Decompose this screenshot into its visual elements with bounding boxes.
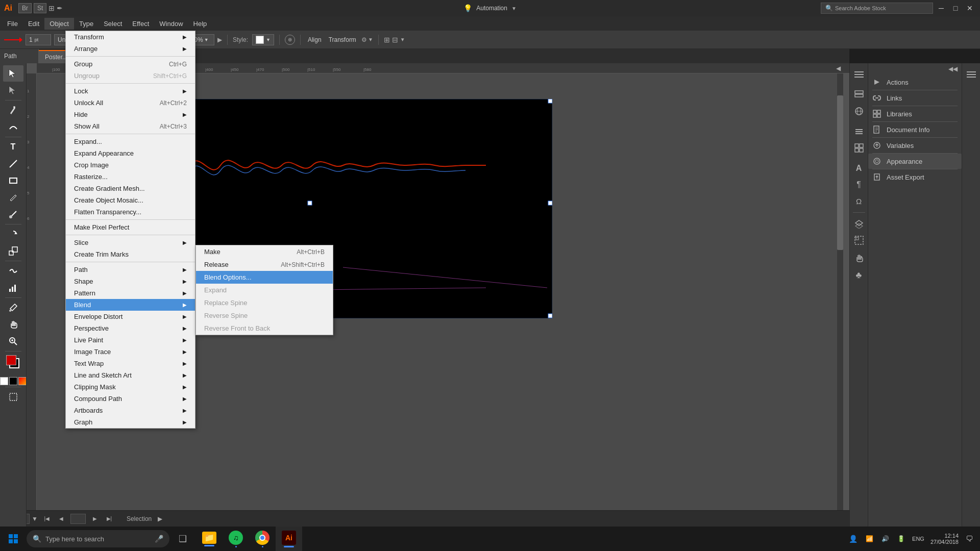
menu-select[interactable]: Select xyxy=(99,18,127,30)
tray-person-icon[interactable]: 👤 xyxy=(846,534,861,544)
line-tool[interactable] xyxy=(3,156,23,172)
tray-network-icon[interactable]: 📶 xyxy=(863,534,876,543)
notification-icon[interactable]: 🗨 xyxy=(963,534,976,544)
menu-envelope-distort[interactable]: Envelope Distort ▶ xyxy=(66,311,195,322)
taskbar-chrome[interactable] xyxy=(249,527,276,551)
bridge-icon[interactable]: Br xyxy=(18,3,32,13)
menu-shape[interactable]: Shape ▶ xyxy=(66,276,195,287)
start-button[interactable] xyxy=(0,527,27,551)
align-options-btn[interactable]: ⊞ ⊟ ▼ xyxy=(384,36,405,44)
menu-slice[interactable]: Slice ▶ xyxy=(66,237,195,248)
taskbar-task-view[interactable]: ❑ xyxy=(169,527,196,551)
rect-tool[interactable] xyxy=(3,172,23,189)
letter-a-icon[interactable]: A xyxy=(852,161,866,176)
artboards-icon[interactable] xyxy=(852,233,866,247)
menu-live-paint[interactable]: Live Paint ▶ xyxy=(66,334,195,346)
menu-expand-appearance[interactable]: Expand Appearance xyxy=(66,147,195,159)
pencil-tool[interactable] xyxy=(3,189,23,206)
blend-expand[interactable]: Expand xyxy=(196,284,333,296)
three-lines-icon[interactable] xyxy=(852,67,866,82)
menu-ungroup[interactable]: Ungroup Shift+Ctrl+G xyxy=(66,70,195,82)
hand2-icon[interactable] xyxy=(852,252,866,266)
menu-edit[interactable]: Edit xyxy=(23,18,44,30)
page-input[interactable]: 15 xyxy=(70,514,86,524)
clubs-icon[interactable]: ♣ xyxy=(852,268,866,282)
menu-pixel-perfect[interactable]: Make Pixel Perfect xyxy=(66,221,195,233)
transform-options[interactable]: ⚙ ▼ xyxy=(361,36,373,43)
menu-lock[interactable]: Lock ▶ xyxy=(66,85,195,97)
stroke-width-box[interactable]: 1 pt xyxy=(26,34,51,45)
scale-tool[interactable] xyxy=(3,243,23,259)
menu-line-sketch[interactable]: Line and Sketch Art ▶ xyxy=(66,369,195,381)
menu-artboards[interactable]: Artboards ▶ xyxy=(66,405,195,416)
links-panel-item[interactable]: Links xyxy=(868,90,962,106)
menu-type[interactable]: Type xyxy=(74,18,99,30)
menu-hide[interactable]: Hide ▶ xyxy=(66,109,195,120)
doc-info-panel-item[interactable]: Document Info xyxy=(868,122,962,137)
stock-icon[interactable]: St xyxy=(34,3,46,13)
properties-icon[interactable] xyxy=(852,124,866,139)
color-mode-icons[interactable] xyxy=(0,377,27,385)
artboard-tool[interactable] xyxy=(3,389,23,405)
menu-clipping-mask[interactable]: Clipping Mask ▶ xyxy=(66,381,195,393)
layers2-icon[interactable] xyxy=(852,217,866,231)
panel-collapse-btn[interactable]: ◀ xyxy=(833,63,843,73)
blend-make[interactable]: Make Alt+Ctrl+B xyxy=(196,245,333,258)
graph-tool[interactable] xyxy=(3,280,23,296)
transform-btn[interactable]: Transform xyxy=(327,35,358,44)
selection-tool[interactable] xyxy=(3,65,23,82)
nav-next-end[interactable]: ▶| xyxy=(104,514,114,524)
taskbar-illustrator[interactable]: Ai xyxy=(276,527,302,551)
taskbar-file-explorer[interactable]: 📁 xyxy=(196,527,223,551)
menu-compound-path[interactable]: Compound Path ▶ xyxy=(66,393,195,405)
char-shape-icon[interactable]: Ω xyxy=(852,194,866,208)
menu-help[interactable]: Help xyxy=(188,18,212,30)
menu-file[interactable]: File xyxy=(2,18,23,30)
blend-reverse-front-to-back[interactable]: Reverse Front to Back xyxy=(196,322,333,335)
color-swatches[interactable] xyxy=(2,353,24,375)
pen-icon[interactable]: ✒ xyxy=(57,4,63,12)
zoom-arrow[interactable]: ▼ xyxy=(32,515,38,522)
pen-tool[interactable] xyxy=(3,102,23,118)
menu-object[interactable]: Object xyxy=(44,18,74,30)
panel-collapse-arrow[interactable]: ◀◀ xyxy=(948,65,958,72)
search-stock-box[interactable]: 🔍 Search Adobe Stock xyxy=(821,3,933,14)
menu-path[interactable]: Path ▶ xyxy=(66,264,195,276)
blend-reverse-spine[interactable]: Reverse Spine xyxy=(196,309,333,322)
nav-next[interactable]: ▶ xyxy=(90,514,100,524)
menu-object-mosaic[interactable]: Create Object Mosaic... xyxy=(66,194,195,206)
menu-flatten-transparency[interactable]: Flatten Transparency... xyxy=(66,206,195,218)
blend-options[interactable]: Blend Options... xyxy=(196,271,333,284)
paintbrush-tool[interactable] xyxy=(3,206,23,222)
globe2-icon[interactable] xyxy=(852,104,866,118)
taskbar-search[interactable]: 🔍 Type here to search 🎤 xyxy=(27,530,169,547)
menu-window[interactable]: Window xyxy=(154,18,188,30)
v-scrollbar[interactable] xyxy=(837,73,843,514)
nav-prev[interactable]: ◀ xyxy=(56,514,66,524)
variables-panel-item[interactable]: Variables xyxy=(868,138,962,153)
object-menu-dropdown[interactable]: Transform ▶ Arrange ▶ Group Ctrl+G Ungro… xyxy=(65,31,195,429)
direct-selection-tool[interactable] xyxy=(3,82,23,98)
menu-blend[interactable]: Blend ▶ xyxy=(66,299,195,311)
automation-label[interactable]: Automation xyxy=(476,5,507,12)
menu-perspective[interactable]: Perspective ▶ xyxy=(66,322,195,334)
type-tool[interactable]: T xyxy=(3,139,23,155)
menu-show-all[interactable]: Show All Alt+Ctrl+3 xyxy=(66,120,195,132)
globe-btn[interactable]: ⊕ xyxy=(285,35,295,45)
blend-submenu[interactable]: Make Alt+Ctrl+B Release Alt+Shift+Ctrl+B… xyxy=(195,245,333,335)
appearance-panel-item[interactable]: Appearance xyxy=(868,154,962,169)
minimize-button[interactable]: ─ xyxy=(935,2,947,14)
mic-icon[interactable]: 🎤 xyxy=(155,535,163,543)
eyedropper-tool[interactable] xyxy=(3,299,23,316)
asset-export-panel-item[interactable]: Asset Export xyxy=(868,169,962,185)
warp-tool[interactable] xyxy=(3,263,23,279)
menu-gradient-mesh[interactable]: Create Gradient Mesh... xyxy=(66,183,195,194)
layers-icon[interactable] xyxy=(852,88,866,102)
nav-prev-start[interactable]: |◀ xyxy=(42,514,52,524)
menu-image-trace[interactable]: Image Trace ▶ xyxy=(66,346,195,358)
menu-pattern[interactable]: Pattern ▶ xyxy=(66,287,195,299)
menu-rasterize[interactable]: Rasterize... xyxy=(66,171,195,183)
tray-volume-icon[interactable]: 🔊 xyxy=(878,534,892,543)
status-bar-right-arrow[interactable]: ▶ xyxy=(158,515,162,522)
paragraph-icon[interactable]: ¶ xyxy=(852,178,866,192)
